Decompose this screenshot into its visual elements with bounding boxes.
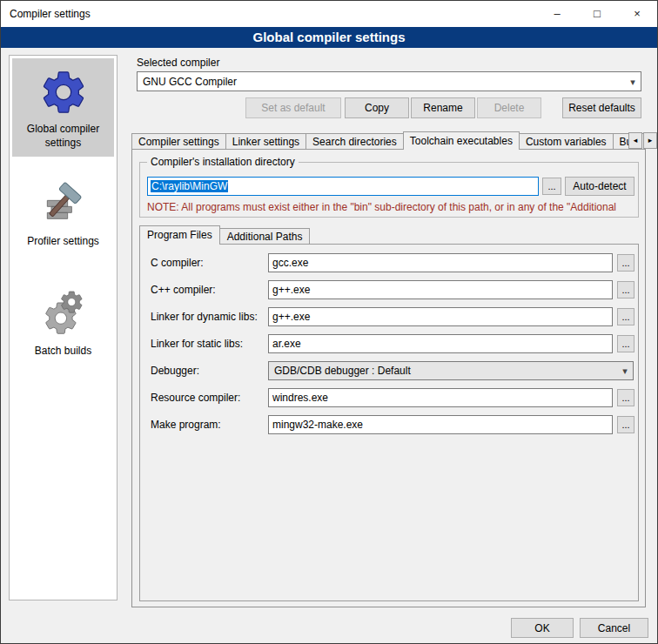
program-files-panel: C compiler: ... C++ compiler: ... Linker…	[139, 244, 639, 601]
tab-compiler-settings[interactable]: Compiler settings	[131, 133, 226, 150]
installation-note-text: NOTE: All programs must exist either in …	[147, 201, 636, 213]
tab-linker-settings[interactable]: Linker settings	[225, 133, 306, 150]
make-program-browse-button[interactable]: ...	[617, 416, 634, 433]
cpp-compiler-input[interactable]	[268, 280, 613, 299]
debugger-value: GDB/CDB debugger : Default	[269, 365, 617, 377]
tab-search-directories[interactable]: Search directories	[306, 133, 404, 150]
installation-directory-input[interactable]: C:\raylib\MinGW	[147, 177, 539, 196]
selected-compiler-value: GNU GCC Compiler	[138, 76, 625, 88]
linker-dynamic-browse-button[interactable]: ...	[617, 308, 634, 325]
linker-static-browse-button[interactable]: ...	[617, 335, 634, 352]
compiler-settings-dialog: Compiler settings – □ × Global compiler …	[0, 0, 658, 644]
selected-compiler-combo[interactable]: GNU GCC Compiler	[137, 71, 641, 91]
subtab-program-files[interactable]: Program Files	[139, 225, 220, 245]
subtab-additional-paths[interactable]: Additional Paths	[219, 228, 311, 245]
cpp-compiler-browse-button[interactable]: ...	[617, 281, 634, 299]
batch-builds-gears-icon	[38, 289, 89, 339]
sidebar-item-label: Batch builds	[14, 345, 112, 359]
c-compiler-browse-button[interactable]: ...	[617, 254, 634, 272]
chevron-down-icon	[617, 365, 633, 377]
cancel-button[interactable]: Cancel	[580, 618, 648, 638]
tab-scroll-left-button[interactable]: ◂	[628, 132, 642, 149]
copy-button[interactable]: Copy	[345, 97, 409, 118]
c-compiler-input[interactable]	[268, 253, 613, 272]
tab-scroll-right-button[interactable]: ▸	[643, 132, 657, 149]
field-label-c-compiler: C compiler:	[151, 253, 204, 272]
sidebar-item-batch-builds[interactable]: Batch builds	[12, 280, 114, 366]
profiler-hammer-icon	[39, 180, 88, 229]
selected-compiler-label: Selected compiler	[137, 57, 219, 69]
field-label-cpp-compiler: C++ compiler:	[151, 280, 216, 299]
field-label-make-program: Make program:	[151, 415, 221, 434]
chevron-down-icon	[625, 76, 641, 88]
sidebar-item-label: Global compiler settings	[14, 123, 112, 150]
installation-directory-browse-button[interactable]: ...	[542, 178, 561, 195]
linker-static-input[interactable]	[268, 334, 613, 353]
debugger-combo[interactable]: GDB/CDB debugger : Default	[268, 361, 634, 380]
linker-dynamic-input[interactable]	[268, 307, 613, 326]
toolchain-executables-page: Compiler's installation directory C:\ray…	[131, 149, 646, 607]
field-label-debugger: Debugger:	[151, 361, 199, 380]
gear-icon	[38, 67, 89, 117]
close-button[interactable]: ×	[617, 1, 657, 27]
set-as-default-button[interactable]: Set as default	[245, 97, 341, 118]
rename-button[interactable]: Rename	[411, 97, 475, 118]
program-files-tabbar: Program Files Additional Paths	[139, 225, 309, 245]
tab-custom-variables[interactable]: Custom variables	[519, 133, 614, 150]
installation-directory-value: C:\raylib\MinGW	[151, 180, 228, 192]
maximize-button[interactable]: □	[577, 1, 617, 27]
ok-button[interactable]: OK	[511, 618, 574, 638]
sidebar-item-profiler-settings[interactable]: Profiler settings	[12, 171, 114, 256]
delete-button[interactable]: Delete	[477, 97, 541, 118]
field-label-resource-compiler: Resource compiler:	[151, 388, 240, 407]
installation-directory-group-title: Compiler's installation directory	[147, 156, 299, 168]
settings-sidebar: Global compiler settings Profiler settin…	[9, 55, 118, 600]
tab-toolchain-executables[interactable]: Toolchain executables	[403, 131, 520, 150]
window-title: Compiler settings	[1, 1, 537, 27]
compiler-tabbar: Compiler settings Linker settings Search…	[131, 131, 643, 150]
field-label-linker-dynamic: Linker for dynamic libs:	[151, 307, 258, 326]
resource-compiler-input[interactable]	[268, 388, 613, 407]
title-bar: Compiler settings – □ ×	[1, 1, 657, 27]
make-program-input[interactable]	[268, 415, 613, 434]
sidebar-item-label: Profiler settings	[14, 235, 112, 249]
reset-defaults-button[interactable]: Reset defaults	[562, 97, 641, 118]
minimize-button[interactable]: –	[537, 1, 577, 27]
auto-detect-button[interactable]: Auto-detect	[565, 177, 634, 196]
field-label-linker-static: Linker for static libs:	[151, 334, 243, 353]
installation-directory-group: Compiler's installation directory C:\ray…	[139, 162, 639, 218]
resource-compiler-browse-button[interactable]: ...	[617, 389, 634, 406]
sidebar-item-global-compiler-settings[interactable]: Global compiler settings	[12, 58, 114, 157]
page-title: Global compiler settings	[1, 27, 657, 48]
